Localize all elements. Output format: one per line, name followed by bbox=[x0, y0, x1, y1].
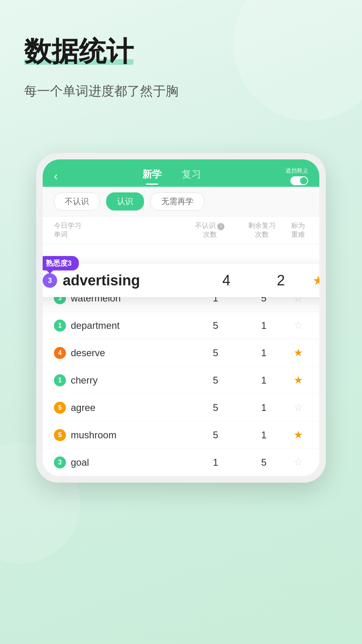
featured-card: 熟悉度3 3 advertising 4 2 ★ bbox=[43, 264, 319, 297]
word-goal[interactable]: goal bbox=[71, 457, 191, 468]
star-department[interactable]: ☆ bbox=[288, 319, 308, 332]
star-cherry[interactable]: ★ bbox=[288, 374, 308, 386]
word-row-deserve: 4 deserve 5 1 ★ bbox=[43, 339, 319, 367]
phone-header: ‹ 新学 复习 遮挡释义 bbox=[43, 159, 319, 187]
count2-goal: 5 bbox=[240, 457, 288, 468]
count1-goal: 1 bbox=[191, 457, 240, 468]
word-deserve[interactable]: deserve bbox=[71, 347, 191, 359]
word-row-agree: 5 agree 5 1 ☆ bbox=[43, 394, 319, 421]
featured-star[interactable]: ★ bbox=[308, 273, 319, 288]
featured-badge: 3 bbox=[43, 273, 57, 288]
table-header: 今日学习单词 不认识i 次数 剩余复习 次数 标为重难 bbox=[43, 217, 319, 244]
page-title: 数据统计 bbox=[24, 36, 134, 66]
count1-mushroom: 5 bbox=[191, 429, 240, 441]
star-agree[interactable]: ☆ bbox=[288, 401, 308, 414]
badge-goal: 3 bbox=[54, 456, 66, 469]
featured-count2: 2 bbox=[253, 272, 308, 289]
featured-row: 3 advertising 4 2 ★ bbox=[43, 272, 319, 289]
nav-tabs: 新学 复习 bbox=[142, 168, 201, 185]
top-section: 数据统计 每一个单词进度都了然于胸 bbox=[0, 0, 362, 116]
word-row-goal: 3 goal 1 5 ☆ bbox=[43, 449, 319, 476]
tab-review[interactable]: 复习 bbox=[182, 168, 201, 185]
badge-cherry: 1 bbox=[54, 374, 66, 386]
badge-mushroom: 5 bbox=[54, 429, 66, 441]
phone-inner: ‹ 新学 复习 遮挡释义 不认识 认识 无需再学 bbox=[43, 159, 319, 476]
count1-agree: 5 bbox=[191, 402, 240, 413]
count1-deserve: 5 bbox=[191, 347, 240, 359]
nav-hint: 遮挡释义 bbox=[286, 167, 308, 175]
col-header-difficult: 标为重难 bbox=[288, 221, 308, 239]
filter-row: 不认识 认识 无需再学 bbox=[43, 187, 319, 217]
meaning-toggle[interactable] bbox=[290, 176, 308, 185]
nav-right: 遮挡释义 bbox=[286, 167, 308, 185]
col-header-unknown: 不认识i 次数 bbox=[184, 221, 236, 239]
count1-department: 5 bbox=[191, 320, 240, 331]
badge-deserve: 4 bbox=[54, 347, 66, 359]
count1-cherry: 5 bbox=[191, 375, 240, 386]
familiarity-tooltip: 熟悉度3 bbox=[43, 256, 79, 270]
star-goal[interactable]: ☆ bbox=[288, 456, 308, 469]
page-subtitle: 每一个单词进度都了然于胸 bbox=[24, 83, 338, 100]
count2-mushroom: 1 bbox=[240, 429, 288, 441]
word-row-cherry: 1 cherry 5 1 ★ bbox=[43, 367, 319, 394]
filter-known[interactable]: 认识 bbox=[106, 192, 144, 211]
badge-department: 1 bbox=[54, 320, 66, 332]
featured-count1: 4 bbox=[199, 272, 254, 289]
star-mushroom[interactable]: ★ bbox=[288, 429, 308, 441]
count2-department: 1 bbox=[240, 320, 288, 331]
filter-no-need[interactable]: 无需再学 bbox=[150, 192, 204, 211]
word-row-mushroom: 5 mushroom 5 1 ★ bbox=[43, 421, 319, 449]
count2-agree: 1 bbox=[240, 402, 288, 413]
star-deserve[interactable]: ★ bbox=[288, 347, 308, 359]
word-agree[interactable]: agree bbox=[71, 402, 191, 413]
word-department[interactable]: department bbox=[71, 320, 191, 331]
word-cherry[interactable]: cherry bbox=[71, 375, 191, 386]
toggle-knob bbox=[300, 177, 307, 184]
count2-cherry: 1 bbox=[240, 375, 288, 386]
back-button[interactable]: ‹ bbox=[54, 170, 58, 183]
featured-word[interactable]: advertising bbox=[63, 272, 199, 289]
count2-deserve: 1 bbox=[240, 347, 288, 359]
phone-mockup: ‹ 新学 复习 遮挡释义 不认识 认识 无需再学 bbox=[36, 153, 326, 483]
col-header-review: 剩余复习 次数 bbox=[236, 221, 288, 239]
word-list: 熟悉度3 3 advertising 4 2 ★ 3 watermelon 1 bbox=[43, 244, 319, 476]
badge-agree: 5 bbox=[54, 402, 66, 414]
word-row-department: 1 department 5 1 ☆ bbox=[43, 312, 319, 339]
filter-unknown[interactable]: 不认识 bbox=[54, 192, 100, 211]
tab-new-learn[interactable]: 新学 bbox=[142, 168, 162, 185]
phone-nav: ‹ 新学 复习 遮挡释义 bbox=[54, 167, 308, 187]
col-header-word: 今日学习单词 bbox=[54, 221, 184, 239]
phone-shell: ‹ 新学 复习 遮挡释义 不认识 认识 无需再学 bbox=[36, 153, 326, 483]
word-mushroom[interactable]: mushroom bbox=[71, 429, 191, 441]
